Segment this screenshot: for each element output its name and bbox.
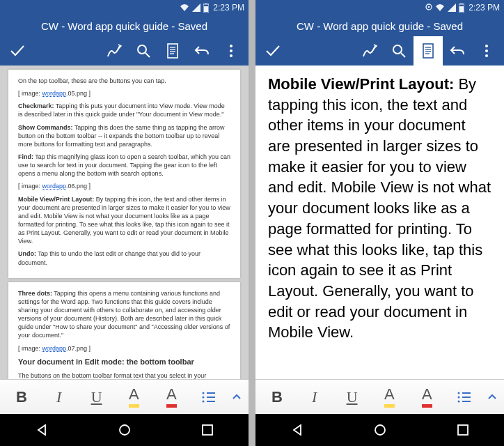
- status-time: 2:23 PM: [468, 3, 500, 13]
- mobile-view-button[interactable]: [414, 36, 443, 66]
- home-button[interactable]: [366, 416, 394, 444]
- svg-rect-43: [458, 425, 468, 435]
- recent-apps-button[interactable]: [449, 416, 477, 444]
- location-icon: [425, 3, 432, 13]
- svg-line-27: [401, 53, 405, 57]
- undo-button[interactable]: [443, 36, 472, 66]
- screenshot-divider: [249, 0, 255, 446]
- status-time: 2:23 PM: [213, 3, 244, 13]
- more-button[interactable]: [216, 36, 246, 66]
- svg-point-34: [485, 49, 488, 52]
- bold-button[interactable]: B: [3, 380, 40, 414]
- document-area-mobile[interactable]: Mobile View/Print Layout: By tapping thi…: [255, 66, 504, 379]
- para-mobileview: Mobile View/Print Layout: By tapping thi…: [18, 195, 230, 246]
- recent-apps-button[interactable]: [194, 416, 221, 444]
- svg-point-17: [203, 400, 205, 402]
- para-showcommands: Show Commands: Tapping this does the sam…: [18, 123, 230, 148]
- svg-point-11: [230, 49, 233, 52]
- document-page-2: Three dots: Tapping this opens a menu co…: [8, 282, 240, 379]
- svg-point-3: [138, 45, 146, 54]
- find-button[interactable]: [129, 36, 158, 66]
- navigation-bar: [0, 414, 249, 446]
- checkmark-button[interactable]: [3, 36, 32, 66]
- image-ref-05: [ image: wordapp.05.png ]: [18, 89, 230, 98]
- svg-rect-28: [423, 44, 433, 58]
- underline-button[interactable]: U: [78, 380, 116, 414]
- image-ref-06: [ image: wordapp.06.png ]: [18, 182, 230, 190]
- expand-toolbar-button[interactable]: [483, 380, 501, 414]
- para-undo: Undo: Tap this to undo the last edit or …: [18, 249, 230, 266]
- left-screenshot: 2:23 PM CW - Word app quick guide - Save…: [0, 0, 249, 446]
- svg-point-12: [230, 54, 233, 57]
- navigation-bar: [255, 414, 504, 446]
- bullets-button[interactable]: [446, 380, 483, 414]
- more-button[interactable]: [472, 36, 501, 66]
- battery-icon: [203, 3, 209, 13]
- top-toolbar: [0, 36, 249, 66]
- para-intro: On the top toolbar, these are the button…: [18, 77, 230, 85]
- mobile-view-paragraph: Mobile View/Print Layout: By tapping thi…: [255, 66, 504, 351]
- para-editmode: The buttons on the bottom toolbar format…: [18, 371, 230, 380]
- back-button[interactable]: [283, 416, 311, 444]
- find-button[interactable]: [384, 36, 414, 66]
- show-commands-button[interactable]: [100, 36, 129, 66]
- checkmark-button[interactable]: [258, 36, 288, 66]
- svg-point-10: [230, 45, 233, 47]
- svg-rect-2: [204, 6, 208, 12]
- format-toolbar: B I U A A: [255, 379, 504, 414]
- para-checkmark: Checkmark: Tapping this puts your docume…: [18, 102, 230, 118]
- wifi-icon: [180, 3, 189, 12]
- svg-rect-25: [459, 6, 464, 12]
- mobile-view-lead: Mobile View/Print Layout:: [268, 75, 454, 93]
- status-bar: 2:23 PM: [0, 0, 249, 15]
- svg-rect-1: [205, 3, 207, 4]
- title-bar: CW - Word app quick guide - Saved: [0, 15, 249, 36]
- wifi-icon: [435, 3, 445, 12]
- expand-toolbar-button[interactable]: [228, 380, 246, 414]
- svg-point-38: [458, 396, 460, 398]
- font-color-button[interactable]: A: [408, 380, 446, 414]
- bullets-button[interactable]: [190, 380, 228, 414]
- svg-rect-5: [168, 44, 178, 58]
- svg-point-19: [120, 425, 129, 435]
- svg-point-26: [393, 45, 402, 54]
- home-button[interactable]: [111, 416, 139, 444]
- format-toolbar: B I U A A: [0, 379, 249, 414]
- document-page-1: On the top toolbar, these are the button…: [8, 70, 240, 278]
- svg-point-40: [458, 400, 460, 402]
- back-button[interactable]: [28, 416, 56, 444]
- right-screenshot: 2:23 PM CW - Word app quick guide - Save…: [255, 0, 504, 446]
- document-title: CW - Word app quick guide - Saved: [41, 20, 207, 32]
- svg-point-35: [485, 54, 488, 57]
- bold-button[interactable]: B: [258, 380, 296, 414]
- svg-point-15: [203, 396, 205, 398]
- signal-icon: [448, 3, 456, 12]
- status-bar: 2:23 PM: [255, 0, 504, 15]
- svg-point-22: [428, 6, 430, 8]
- top-toolbar: [255, 36, 504, 66]
- italic-button[interactable]: I: [40, 380, 78, 414]
- svg-line-4: [145, 53, 150, 57]
- underline-button[interactable]: U: [333, 380, 371, 414]
- svg-point-36: [458, 392, 460, 394]
- para-find: Find: Tap this magnifying glass icon to …: [18, 153, 230, 178]
- font-color-button[interactable]: A: [152, 380, 190, 414]
- show-commands-button[interactable]: [355, 36, 384, 66]
- highlight-button[interactable]: A: [370, 380, 408, 414]
- highlight-button[interactable]: A: [115, 380, 152, 414]
- undo-button[interactable]: [187, 36, 216, 66]
- svg-rect-20: [203, 425, 212, 435]
- svg-rect-24: [460, 3, 463, 4]
- image-ref-07: [ image: wordapp.07.png ]: [18, 344, 230, 353]
- svg-point-42: [375, 425, 385, 435]
- svg-point-13: [203, 392, 205, 394]
- document-title: CW - Word app quick guide - Saved: [297, 20, 463, 32]
- para-threedots: Three dots: Tapping this opens a menu co…: [18, 289, 230, 340]
- mobile-view-button[interactable]: [158, 36, 187, 66]
- document-area[interactable]: On the top toolbar, these are the button…: [0, 66, 249, 379]
- svg-point-33: [485, 45, 488, 47]
- italic-button[interactable]: I: [296, 380, 333, 414]
- mobile-view-body: By tapping this icon, the text and other…: [268, 75, 491, 341]
- heading-editmode: Your document in Edit mode: the bottom t…: [18, 357, 230, 367]
- signal-icon: [192, 3, 200, 12]
